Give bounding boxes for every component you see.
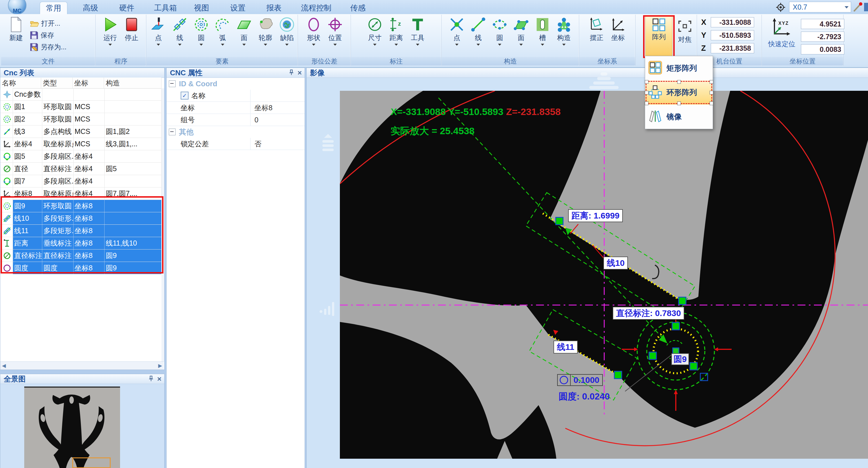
annotation-distance[interactable]: 距离: 1.6999	[568, 209, 623, 222]
table-row-圆5[interactable]: 圆5多段扇区...坐标4	[0, 150, 161, 163]
ribbon-button-focus[interactable]: 对焦	[674, 18, 695, 44]
table-row-圆9[interactable]: 圆9环形取圆坐标8	[0, 200, 161, 212]
property-row-锁定公差[interactable]: 锁定公差否	[166, 138, 305, 150]
ribbon-button-dim-size[interactable]: 尺寸	[364, 16, 385, 46]
table-row-线3[interactable]: 线3多点构线MCS圆1,圆2	[0, 125, 161, 138]
chevron-down-icon	[373, 44, 376, 46]
tab-高级[interactable]: 高级	[80, 2, 101, 14]
tab-常用[interactable]: 常用	[40, 2, 67, 14]
table-row-距离[interactable]: 距离垂线标注坐标8线11,线10	[0, 237, 161, 250]
annotation-roundness[interactable]: 圆度: 0.0240	[559, 390, 610, 403]
cnc-vertical-scrollbar[interactable]	[161, 88, 164, 362]
table-row-坐标8[interactable]: 坐标8取坐标原点坐标4圆7,圆7,...	[0, 187, 161, 200]
table-row-圆2[interactable]: 圆2环形取圆MCS	[0, 113, 161, 125]
ribbon-button-feat-plane[interactable]: 面	[234, 16, 255, 46]
ribbon-button-dim-distance[interactable]: z距离	[385, 16, 407, 46]
property-row-坐标[interactable]: 坐标坐标8	[166, 102, 305, 114]
checkbox-checked-icon[interactable]: ✓	[181, 92, 189, 99]
ribbon-button-open-folder[interactable]: 打开...	[30, 18, 66, 29]
roundness-tolerance-frame[interactable]: 0.1000	[557, 374, 603, 386]
ribbon-button-feat-point[interactable]: 点	[148, 16, 169, 46]
pen-icon[interactable]	[851, 2, 863, 13]
ribbon-button-con-plane[interactable]: 面	[510, 16, 532, 46]
table-row-圆度[interactable]: 圆度圆度坐标8圆9	[0, 262, 161, 274]
ribbon-button-dim-tool[interactable]: 工具	[407, 16, 428, 46]
annotation-circle9[interactable]: 圆9	[671, 353, 689, 365]
ring-circle-icon	[0, 113, 13, 125]
magnification-value: X0.7	[793, 3, 807, 11]
menu-item-ring-array[interactable]: 环形阵列	[645, 80, 713, 105]
tab-视图[interactable]: 视图	[192, 2, 211, 14]
table-row-直径[interactable]: 直径直径标注坐标4圆5	[0, 163, 161, 175]
column-header-1[interactable]: 类型	[41, 78, 73, 88]
tab-报表[interactable]: 报表	[264, 2, 284, 14]
ribbon-button-save[interactable]: 保存	[30, 29, 66, 41]
table-row-直径标注[interactable]: 直径标注直径标注坐标8圆9	[0, 250, 161, 262]
annotation-line11[interactable]: 线11	[554, 341, 578, 354]
menu-item-rect-array[interactable]: 矩形阵列	[645, 56, 713, 80]
ribbon-button-quick-position[interactable]: XYZ快速定位	[764, 18, 800, 49]
ribbon-button-run[interactable]: 运行	[99, 16, 121, 46]
collapse-icon[interactable]	[169, 128, 176, 135]
edge-tool-icon[interactable]	[864, 2, 868, 12]
ribbon-button-feat-defect[interactable]: 缺陷	[276, 16, 298, 46]
ribbon-button-con-circle[interactable]: 圆	[489, 16, 510, 46]
ribbon-button-con-point[interactable]: 点	[446, 16, 468, 46]
ribbon-label: 圆	[489, 33, 510, 42]
ribbon-button-stop[interactable]: 停止	[121, 16, 142, 42]
ribbon-button-feat-arc[interactable]: 弧	[212, 16, 234, 46]
column-header-2[interactable]: 坐标	[73, 78, 104, 88]
ribbon-button-con-construct[interactable]: 构造	[553, 16, 575, 46]
property-section-id&coord[interactable]: ID & Coord	[166, 78, 305, 90]
target-icon[interactable]	[776, 2, 786, 12]
scroll-right-icon[interactable]: ▶	[158, 362, 162, 369]
ribbon-button-tol-position[interactable]: 位置	[324, 16, 346, 46]
signal-bars-icon[interactable]	[319, 300, 337, 317]
cnc-horizontal-scrollbar[interactable]: ◀ ▶	[0, 361, 164, 370]
ribbon-button-save-as[interactable]: 另存为...	[30, 41, 66, 53]
close-icon[interactable]: ×	[298, 69, 302, 77]
ribbon-group-程序: 运行停止程序	[96, 14, 146, 66]
pin-icon[interactable]	[289, 69, 293, 76]
ribbon-button-align[interactable]: 摆正	[586, 16, 607, 42]
layers-pyramid-icon[interactable]	[587, 72, 621, 90]
ribbon-button-feat-contour[interactable]: 轮廓	[255, 16, 276, 46]
table-row-圆1[interactable]: 圆1环形取圆MCS	[0, 101, 161, 113]
app-logo[interactable]: MC	[8, 0, 27, 14]
menu-item-mirror[interactable]: 镜像	[645, 105, 713, 129]
tab-硬件[interactable]: 硬件	[117, 2, 137, 14]
close-icon[interactable]: ×	[157, 375, 161, 383]
column-header-3[interactable]: 构造	[104, 78, 161, 88]
ribbon-button-feat-circle[interactable]: 圆	[190, 16, 212, 46]
scroll-left-icon[interactable]: ◀	[2, 362, 6, 369]
ribbon-button-con-line[interactable]: 线	[468, 16, 489, 46]
ribbon-button-array[interactable]: 阵列	[645, 16, 673, 56]
collapse-icon[interactable]	[169, 80, 176, 87]
column-header-0[interactable]: 名称	[0, 78, 41, 88]
property-section-其他[interactable]: 其他	[166, 126, 305, 138]
tab-传感[interactable]: 传感	[348, 2, 368, 14]
property-row-组号[interactable]: 组号0	[166, 114, 305, 126]
tab-工具箱[interactable]: 工具箱	[153, 2, 178, 14]
ribbon-button-con-slot[interactable]: 槽	[532, 16, 553, 46]
ribbon-button-feat-line[interactable]: 线	[169, 16, 190, 46]
mirror-icon	[648, 109, 662, 124]
list-eject-icon[interactable]	[320, 133, 336, 155]
tab-流程控制[interactable]: 流程控制	[300, 2, 333, 14]
table-row-线10[interactable]: 线10多段矩形...坐标8	[0, 212, 161, 225]
table-row-坐标4[interactable]: 坐标4取坐标原点MCS线3,圆1,...	[0, 138, 161, 150]
ribbon-button-coord-axes[interactable]: 坐标	[607, 16, 629, 42]
ribbon-button-tol-shape[interactable]: 形状	[303, 16, 324, 46]
panorama-thumbnail[interactable]	[24, 386, 120, 468]
annotation-diameter[interactable]: 直径标注: 0.7830	[613, 307, 684, 320]
camera-view[interactable]: X=-331.9088 Y=-510.5893 Z=-231.8358 实际放大…	[340, 91, 868, 459]
table-row-线11[interactable]: 线11多段矩形...坐标8	[0, 225, 161, 237]
table-row-圆7[interactable]: 圆7多段扇区...坐标4	[0, 175, 161, 187]
magnification-combo[interactable]: X0.7	[789, 2, 851, 12]
table-row-cnc参数[interactable]: Cnc参数	[0, 88, 161, 101]
property-row-名称[interactable]: ✓名称	[166, 90, 305, 102]
ribbon-button-new-doc[interactable]: 新建	[4, 16, 28, 42]
pin-icon[interactable]	[149, 375, 153, 382]
tab-设置[interactable]: 设置	[228, 2, 248, 14]
annotation-line10[interactable]: 线10	[603, 257, 628, 269]
